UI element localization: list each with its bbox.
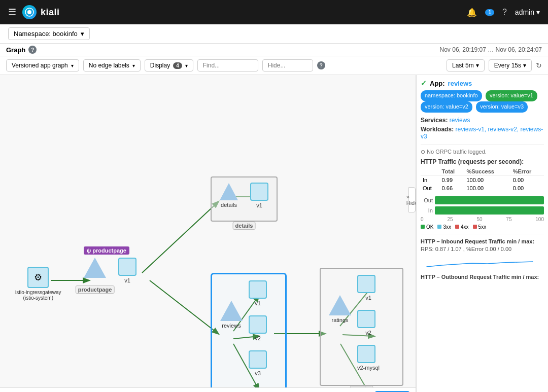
chart-legend: OK 3xx 4xx 5xx <box>421 224 544 230</box>
sidebar-app-label: App: <box>430 80 445 87</box>
kiali-logo <box>22 5 37 19</box>
bell-icon[interactable]: 🔔 <box>467 8 477 17</box>
reviews-v1-node[interactable]: v1 <box>249 280 267 306</box>
graph-help-icon[interactable]: ? <box>28 46 37 54</box>
menu-icon[interactable]: ☰ <box>8 7 16 18</box>
axis-50: 50 <box>476 217 482 222</box>
error-out: 0.00 <box>511 184 544 192</box>
details-v1-node[interactable]: v1 <box>250 183 268 208</box>
legend-4xx: 4xx <box>455 224 469 230</box>
services-link[interactable]: reviews <box>450 117 470 124</box>
reviews-triangle-node[interactable]: reviews <box>220 301 243 329</box>
productpage-group: ψ productpage v1 productpage <box>84 258 106 279</box>
filter-help-icon[interactable]: ? <box>317 61 325 69</box>
legend-3xx: 3xx <box>437 224 451 230</box>
hide-input[interactable] <box>262 59 313 72</box>
axis-25: 25 <box>447 217 453 222</box>
axis-0: 0 <box>421 217 424 222</box>
user-menu[interactable]: admin ▾ <box>515 8 540 16</box>
refresh-caret: ▾ <box>523 62 526 69</box>
outbound-traffic-title: HTTP – Outbound Request Traffic min / ma… <box>421 274 544 280</box>
reviews-v3-node[interactable]: v3 <box>249 350 267 376</box>
display-label: Display <box>150 62 170 69</box>
namespace-caret-icon: ▾ <box>81 30 84 38</box>
graph-label: Graph <box>6 46 25 54</box>
success-out: 100.00 <box>464 184 510 192</box>
services-label: Services: <box>421 117 448 124</box>
edge-caret: ▾ <box>132 63 135 68</box>
brand-logo: kiali <box>22 5 461 19</box>
namespace-selector[interactable]: Namespace: bookinfo ▾ <box>8 27 90 40</box>
traffic-row-in: In 0.99 100.00 0.00 <box>421 175 544 184</box>
app-link[interactable]: reviews <box>448 80 472 87</box>
user-dropdown-icon: ▾ <box>536 8 540 16</box>
ratings-triangle-node[interactable]: ratings <box>329 295 351 323</box>
find-input[interactable] <box>197 59 258 72</box>
axis-100: 100 <box>535 217 544 222</box>
ratings-group-label: ratings <box>350 386 373 387</box>
dir-out: Out <box>421 184 440 192</box>
http-traffic-title: HTTP Traffic (requests per second): <box>421 158 544 165</box>
ingress-label: istio-ingressgateway(istio-system) <box>15 290 61 301</box>
traffic-chart: Out In 0 25 50 75 100 <box>421 196 544 230</box>
display-count-badge: 4 <box>173 62 182 69</box>
ratings-v2mysql-node[interactable]: v2-mysql <box>357 345 380 371</box>
legend-ok-dot <box>421 225 425 229</box>
topnav-right: 🔔 1 ? admin ▾ <box>467 8 540 17</box>
ingress-gateway-node[interactable]: ⚙ istio-ingressgateway(istio-system) <box>15 267 61 301</box>
display-caret: ▾ <box>185 63 188 68</box>
brand-text: kiali <box>41 7 60 18</box>
legend-5xx: 5xx <box>473 224 487 230</box>
reviews-v2-node[interactable]: v2 <box>249 315 267 341</box>
details-triangle-node[interactable]: details <box>220 183 238 208</box>
legend-4xx-label: 4xx <box>461 224 469 230</box>
grpc-note: ⊙ No GRPC traffic logged. <box>421 149 544 155</box>
axis-75: 75 <box>506 217 511 222</box>
ratings-v2-node[interactable]: v2 <box>357 310 380 336</box>
ingress-gear-icon: ⚙ <box>27 267 49 288</box>
badge-namespace: namespace: bookinfo <box>421 90 482 101</box>
interval-label: Last 5m <box>452 62 474 69</box>
top-navigation: ☰ kiali 🔔 1 ? admin ▾ <box>0 0 548 24</box>
edge-label-selector[interactable]: No edge labels ▾ <box>83 59 141 72</box>
details-group: details v1 details <box>211 176 278 222</box>
inbound-sparkline <box>421 254 544 269</box>
hide-panel-button[interactable]: » Hide <box>408 187 416 212</box>
ratings-v1-node[interactable]: v1 <box>357 275 380 301</box>
chart-out-fill <box>435 196 544 204</box>
graph-type-label: Versioned app graph <box>12 62 68 69</box>
legend-3xx-label: 3xx <box>443 224 451 230</box>
display-selector[interactable]: Display 4 ▾ <box>145 59 193 72</box>
app-check-icon: ✓ <box>421 79 427 87</box>
graph-canvas[interactable]: » Hide ⚙ istio-ingressgateway(istio-syst… <box>0 75 416 387</box>
username: admin <box>515 8 534 16</box>
details-group-label: details <box>233 222 256 230</box>
chart-out-row: Out <box>421 196 544 204</box>
col-success: %Success <box>464 167 510 176</box>
graph-type-selector[interactable]: Versioned app graph ▾ <box>6 59 79 72</box>
help-icon[interactable]: ? <box>502 8 507 17</box>
inbound-rps: RPS: 0.87 / 1.07 , %Error 0.00 / 0.00 <box>421 246 544 252</box>
refresh-icon[interactable]: ↻ <box>536 61 542 69</box>
svg-line-4 <box>150 280 218 334</box>
refresh-interval-selector[interactable]: Every 15s ▾ <box>489 59 532 72</box>
dir-in: In <box>421 175 440 184</box>
sidebar-divider-1 <box>421 144 544 145</box>
traffic-row-out: Out 0.66 100.00 0.00 <box>421 184 544 192</box>
time-interval-selector[interactable]: Last 5m ▾ <box>447 59 485 72</box>
sidebar-services-row: Services: reviews <box>421 117 544 124</box>
chart-out-bar <box>435 196 544 204</box>
productpage-badge: ψ productpage <box>84 246 129 255</box>
namespace-bar: Namespace: bookinfo ▾ <box>0 24 548 44</box>
chart-in-bar <box>435 206 544 215</box>
chart-in-fill <box>435 206 544 215</box>
legend-5xx-dot <box>473 225 477 229</box>
productpage-v1-box[interactable] <box>118 258 136 276</box>
edge-label-text: No edge labels <box>89 62 129 69</box>
graph-bottom-controls: ⊕ ⊖ ⤢ ⊞ ⊞1 ⊞2 Legend <box>0 387 416 392</box>
notification-badge: 1 <box>485 9 494 16</box>
sidebar-divider-2 <box>421 234 544 234</box>
chart-in-row: In <box>421 206 544 215</box>
workloads-label: Workloads: <box>421 126 454 133</box>
sidebar-workloads-row: Workloads: reviews-v1, reviews-v2, revie… <box>421 126 544 140</box>
